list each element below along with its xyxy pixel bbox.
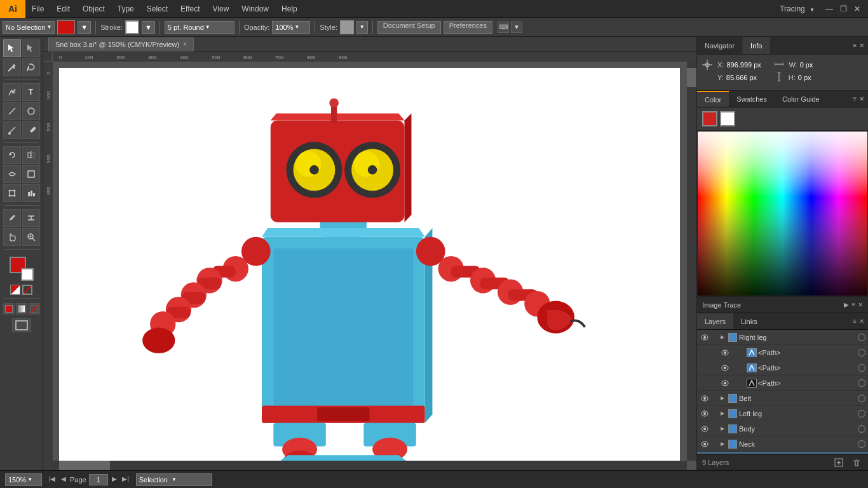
image-trace-close[interactable]: ✕	[858, 301, 863, 308]
first-page-button[interactable]: |◀	[47, 474, 57, 484]
color-panel-options[interactable]: ≡	[853, 95, 857, 102]
menu-file[interactable]: File	[25, 0, 50, 17]
layer-item-right-leg[interactable]: ▶ Right leg	[697, 330, 868, 345]
rotate-tool[interactable]	[3, 146, 21, 164]
layer-visibility-belt[interactable]	[700, 393, 710, 403]
info-tab[interactable]: Info	[743, 37, 770, 54]
zoom-dropdown[interactable]: 150% ▼	[5, 473, 42, 486]
layer-item-path1[interactable]: <Path>	[697, 345, 868, 360]
layer-circle-body[interactable]	[858, 425, 865, 433]
layer-item-path3[interactable]: <Path>	[697, 376, 868, 391]
new-layer-button[interactable]	[832, 456, 845, 469]
layer-visibility-left-leg[interactable]	[700, 409, 710, 419]
layer-expand-right-leg[interactable]: ▶	[719, 334, 726, 341]
color-picker[interactable]	[697, 131, 868, 296]
fill-swatch-large[interactable]	[702, 111, 717, 126]
layer-expand-neck[interactable]: ▶	[719, 440, 726, 448]
menu-help[interactable]: Help	[275, 0, 304, 17]
stroke-color[interactable]	[21, 268, 34, 281]
lasso-tool[interactable]	[22, 58, 40, 76]
color-guide-tab[interactable]: Color Guide	[775, 91, 827, 107]
selection-tool[interactable]	[3, 39, 21, 57]
layer-circle-path2[interactable]	[858, 364, 865, 372]
layer-circle-belt[interactable]	[858, 395, 865, 402]
horizontal-scrollbar[interactable]	[53, 461, 687, 470]
vertical-scrollbar[interactable]	[687, 62, 696, 461]
restore-button[interactable]: ❐	[837, 3, 849, 15]
last-page-button[interactable]: ▶|	[121, 474, 131, 484]
prev-page-button[interactable]: ◀	[58, 474, 69, 484]
minimize-button[interactable]: —	[824, 3, 835, 15]
zoom-tool[interactable]	[22, 228, 40, 246]
next-page-button[interactable]: ▶	[109, 474, 119, 484]
color-tab[interactable]: Color	[697, 91, 729, 107]
color-mode-btn[interactable]	[3, 303, 15, 315]
menu-select[interactable]: Select	[140, 0, 174, 17]
layer-item-body[interactable]: ▶ Body	[697, 421, 868, 437]
menu-edit[interactable]: Edit	[50, 0, 76, 17]
layers-tab[interactable]: Layers	[697, 313, 733, 329]
delete-layer-button[interactable]	[850, 456, 863, 469]
weight-dropdown[interactable]: 5 pt. Round ▼	[165, 21, 234, 34]
stroke-dropdown[interactable]: ▼	[142, 21, 155, 34]
color-panel-close[interactable]: ✕	[859, 95, 864, 102]
none-mode-btn[interactable]	[29, 303, 40, 315]
layer-expand-left-leg[interactable]: ▶	[719, 410, 726, 417]
doc-setup-button[interactable]: Document Setup	[377, 21, 441, 34]
none-color[interactable]	[22, 285, 32, 295]
artboard-info-dropdown[interactable]: Selection ▼	[136, 473, 212, 486]
layer-circle-path1[interactable]	[858, 349, 865, 356]
ellipse-tool[interactable]	[22, 102, 40, 120]
layer-visibility-neck[interactable]	[700, 439, 710, 449]
layer-item-belt[interactable]: ▶ Belt	[697, 391, 868, 406]
layer-visibility-path2[interactable]	[720, 363, 730, 373]
layer-item-head[interactable]: ▶ Head	[697, 452, 868, 454]
free-transform-tool[interactable]	[3, 184, 21, 202]
fill-color-swatch[interactable]	[57, 20, 75, 34]
layers-panel-options[interactable]: ≡ ✕	[853, 318, 868, 325]
type-tool[interactable]: T	[22, 83, 40, 101]
style-dropdown[interactable]: ▼	[356, 21, 368, 34]
layer-circle-path3[interactable]	[858, 379, 865, 387]
swatches-tab[interactable]: Swatches	[729, 91, 775, 107]
scrollbar-h-thumb[interactable]	[59, 461, 110, 470]
hand-tool[interactable]	[3, 228, 21, 246]
screen-mode-btn[interactable]	[12, 318, 31, 332]
extra-btn2[interactable]: ▼	[511, 22, 522, 33]
width-tool[interactable]	[3, 165, 21, 183]
scrollbar-v-thumb[interactable]	[687, 68, 696, 87]
links-tab[interactable]: Links	[733, 313, 765, 329]
eyedropper-tool[interactable]	[3, 209, 21, 227]
layer-visibility-path1[interactable]	[720, 348, 730, 358]
image-trace-expand[interactable]: ▶	[844, 301, 849, 308]
gradient-mode-btn[interactable]	[16, 303, 27, 315]
layer-circle-left-leg[interactable]	[858, 410, 865, 417]
stroke-color-swatch[interactable]	[125, 20, 139, 34]
layer-expand-belt[interactable]: ▶	[719, 395, 726, 402]
swap-colors-icon[interactable]	[10, 285, 20, 295]
panel-close-icon[interactable]: ✕	[859, 42, 864, 49]
reflect-tool[interactable]	[22, 146, 40, 164]
pencil-tool[interactable]	[22, 121, 40, 139]
menu-view[interactable]: View	[207, 0, 236, 17]
panel-options-icon[interactable]: ≡	[853, 42, 857, 49]
pen-tool[interactable]	[3, 83, 21, 101]
menu-window[interactable]: Window	[235, 0, 275, 17]
close-button[interactable]: ✕	[851, 3, 863, 15]
measure-tool[interactable]	[22, 209, 40, 227]
tracing-button[interactable]: Tracing ▼	[773, 4, 821, 13]
tab-close[interactable]: ×	[183, 41, 187, 48]
image-trace-options[interactable]: ≡	[851, 301, 855, 308]
canvas-area[interactable]	[53, 62, 696, 470]
layer-visibility-path3[interactable]	[720, 378, 730, 388]
menu-object[interactable]: Object	[76, 0, 111, 17]
layer-visibility-body[interactable]	[700, 424, 710, 434]
layer-item-neck[interactable]: ▶ Neck	[697, 437, 868, 452]
document-tab[interactable]: Snd box 3.ai* @ 150% (CMYK/Preview) ×	[48, 37, 194, 51]
layer-item-path2[interactable]: <Path>	[697, 360, 868, 376]
page-input[interactable]	[89, 474, 108, 485]
selection-dropdown[interactable]: No Selection ▼	[3, 21, 55, 34]
layer-circle-neck[interactable]	[858, 440, 865, 448]
graph-tool[interactable]	[22, 184, 40, 202]
layer-expand-body[interactable]: ▶	[719, 425, 726, 433]
